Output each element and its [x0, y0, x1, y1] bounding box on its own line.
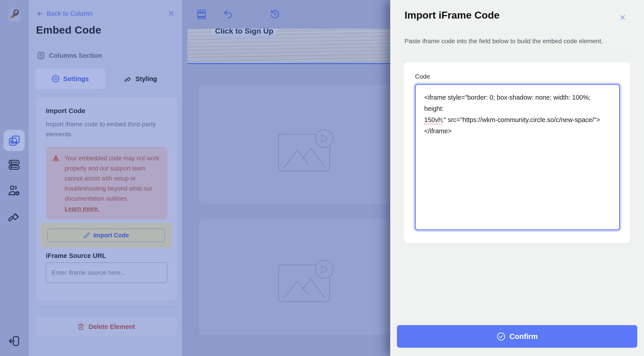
- import-iframe-modal: Import iFrame Code Paste iframe code int…: [390, 0, 644, 356]
- history-button[interactable]: [269, 9, 280, 20]
- signup-button-label: Click to Sign Up: [215, 29, 274, 35]
- pencil-icon: [84, 232, 90, 238]
- media-rows-icon: [8, 158, 21, 171]
- code-text-line3: </iframe>: [424, 127, 452, 134]
- code-card: Code <iframe style="border: 0; box-shado…: [404, 62, 630, 243]
- nav-pages-active[interactable]: [4, 130, 25, 151]
- nav-user-settings[interactable]: [7, 184, 21, 198]
- misspelled-word: 150vh: [424, 116, 442, 123]
- gear-icon: [52, 75, 60, 83]
- back-link-label: Back to Column: [47, 10, 92, 17]
- app-logo[interactable]: [8, 7, 21, 22]
- delete-element-label: Delete Element: [88, 323, 135, 330]
- check-circle-icon: [496, 332, 506, 341]
- panel-title: Embed Code: [36, 24, 101, 36]
- trash-icon: [77, 323, 84, 330]
- code-text-line2: ;" src="https://wkm-community.circle.so/…: [442, 116, 600, 123]
- panel-tabs: Settings Styling: [35, 69, 176, 89]
- warning-box: Your embedded code may not work properly…: [46, 147, 167, 220]
- columns-section-label: Columns Section: [49, 52, 102, 59]
- warning-text: Your embedded code may not work properly…: [64, 155, 160, 202]
- element-settings-panel: Back to Column Embed Code Columns Sectio…: [28, 0, 182, 356]
- signup-button[interactable]: Click to Sign Up: [212, 29, 277, 39]
- editor-canvas: Click to Sign Up: [182, 0, 390, 356]
- modal-title: Import iFrame Code: [404, 10, 500, 21]
- arrow-left-icon: [36, 10, 44, 17]
- paintbrush-icon: [7, 209, 21, 223]
- history-icon: [269, 9, 280, 20]
- code-label: Code: [415, 73, 430, 80]
- confirm-button-label: Confirm: [510, 332, 538, 341]
- tab-settings-label: Settings: [63, 75, 89, 83]
- sections-layout-button[interactable]: [196, 9, 207, 20]
- logout-icon: [8, 334, 21, 348]
- iframe-source-input[interactable]: [46, 262, 167, 283]
- code-textarea[interactable]: <iframe style="border: 0; box-shadow: no…: [415, 84, 620, 230]
- columns-section-row: Columns Section: [36, 51, 102, 60]
- placeholder-section-1[interactable]: [199, 85, 390, 204]
- pages-cards-icon: [8, 134, 21, 147]
- modal-divider: [404, 53, 630, 53]
- hero-image[interactable]: Click to Sign Up: [188, 29, 390, 64]
- panel-divider: [36, 307, 175, 308]
- placeholder-section-2[interactable]: [199, 219, 390, 335]
- redo-button[interactable]: [246, 9, 257, 20]
- modal-close-button[interactable]: [619, 14, 626, 21]
- confirm-button[interactable]: Confirm: [397, 325, 637, 348]
- back-to-column-link[interactable]: Back to Column: [36, 10, 92, 17]
- tutorial-spotlight: Import Code: [41, 223, 172, 247]
- undo-icon: [222, 9, 234, 20]
- modal-description: Paste iframe code into the field below t…: [404, 38, 603, 45]
- redo-icon: [246, 9, 257, 20]
- iframe-source-url-label: iFrame Source URL: [46, 252, 106, 260]
- paintbrush-icon: [124, 75, 132, 83]
- sections-layout-icon: [196, 9, 207, 20]
- media-placeholder-icon: [278, 129, 336, 173]
- close-icon: [168, 10, 175, 17]
- media-placeholder-icon: [278, 260, 336, 304]
- columns-section-icon: [36, 51, 46, 60]
- import-code-button[interactable]: Import Code: [48, 229, 165, 242]
- import-code-description: Import iframe code to embed third-party …: [46, 119, 164, 139]
- logout-button[interactable]: [7, 334, 21, 348]
- delete-element-button[interactable]: Delete Element: [36, 317, 177, 336]
- nav-media-rows[interactable]: [7, 158, 21, 172]
- import-code-button-label: Import Code: [94, 232, 129, 239]
- panel-close-button[interactable]: [168, 10, 175, 17]
- code-text-line1: <iframe style="border: 0; box-shadow: no…: [424, 94, 590, 112]
- tab-styling-label: Styling: [136, 75, 157, 83]
- import-code-card: Import Code Import iframe code to embed …: [36, 97, 177, 300]
- icon-rail: [0, 0, 28, 356]
- learn-more-link[interactable]: Learn more.: [64, 204, 99, 214]
- app-screen: Back to Column Embed Code Columns Sectio…: [0, 0, 644, 356]
- import-code-title: Import Code: [46, 107, 86, 115]
- warning-icon: [52, 153, 60, 162]
- tab-styling[interactable]: Styling: [105, 69, 176, 89]
- nav-theme[interactable]: [7, 209, 21, 223]
- close-icon: [619, 14, 626, 21]
- undo-button[interactable]: [222, 9, 234, 20]
- tab-settings[interactable]: Settings: [35, 69, 105, 89]
- user-gear-icon: [7, 184, 21, 198]
